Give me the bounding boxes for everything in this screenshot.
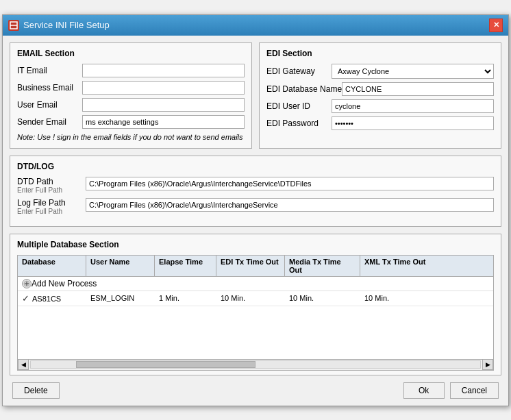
email-section: EMAIL Section IT Email Business Email Us… xyxy=(10,42,252,149)
business-email-label: Business Email xyxy=(17,83,82,92)
app-icon xyxy=(8,20,19,31)
edi-password-label: EDI Password xyxy=(266,119,332,128)
edi-section: EDI Section EDI Gateway Axway Cyclone Ot… xyxy=(259,42,501,149)
col-header-edi-tx: EDI Tx Time Out xyxy=(216,256,285,276)
edi-gateway-label: EDI Gateway xyxy=(266,66,332,76)
title-bar: Service INI File Setup ✕ xyxy=(3,15,508,36)
edi-db-name-label: EDI Database Name xyxy=(266,84,342,94)
multi-db-title: Multiple Database Section xyxy=(17,240,494,249)
edi-user-id-label: EDI User ID xyxy=(266,101,332,111)
bottom-buttons: Delete Ok Cancel xyxy=(10,382,501,399)
user-email-row: User Email xyxy=(17,98,245,112)
col-header-database: Database xyxy=(18,256,86,276)
it-email-row: IT Email xyxy=(17,64,245,77)
dtd-path-label: DTD Path xyxy=(17,177,86,186)
email-note: Note: Use ! sign in the email fields if … xyxy=(17,133,245,141)
scroll-right-arrow[interactable]: ▶ xyxy=(482,359,493,370)
main-window: Service INI File Setup ✕ EMAIL Section I… xyxy=(2,14,509,406)
col-header-username: User Name xyxy=(86,256,155,276)
scroll-thumb[interactable] xyxy=(76,361,256,368)
edi-section-title: EDI Section xyxy=(266,49,494,58)
table-row[interactable]: ✓AS81CS ESM_LOGIN 1 Min. 10 Min. 10 Min.… xyxy=(18,291,493,306)
cell-elapse: 1 Min. xyxy=(159,294,221,302)
edi-gateway-row: EDI Gateway Axway Cyclone Other xyxy=(266,64,494,79)
user-email-label: User Email xyxy=(17,100,82,110)
multi-db-section: Multiple Database Section Database User … xyxy=(10,234,501,375)
close-button[interactable]: ✕ xyxy=(489,18,503,32)
business-email-row: Business Email xyxy=(17,81,245,95)
log-path-label-container: Log File Path Enter Full Path xyxy=(17,198,86,215)
ok-button[interactable]: Ok xyxy=(403,382,445,399)
col-header-xml-tx: XML Tx Time Out xyxy=(360,256,436,276)
scroll-track[interactable] xyxy=(30,360,481,369)
dtd-section-title: DTD/LOG xyxy=(17,162,494,171)
dtd-path-label-container: DTD Path Enter Full Path xyxy=(17,177,86,194)
edi-user-id-input[interactable] xyxy=(332,99,494,113)
edi-gateway-select[interactable]: Axway Cyclone Other xyxy=(332,64,494,79)
delete-button[interactable]: Delete xyxy=(12,382,60,399)
dtd-section: DTD/LOG DTD Path Enter Full Path Log Fil… xyxy=(10,156,501,227)
add-process-icon xyxy=(22,279,32,288)
sender-email-input[interactable] xyxy=(82,115,245,129)
title-bar-left: Service INI File Setup xyxy=(8,20,110,31)
cell-username: ESM_LOGIN xyxy=(90,294,159,302)
email-section-title: EMAIL Section xyxy=(17,49,245,58)
dtd-path-input[interactable] xyxy=(86,177,494,190)
add-new-process-label: Add New Process xyxy=(32,279,97,288)
table-body: Add New Process ✓AS81CS ESM_LOGIN 1 Min.… xyxy=(18,277,493,359)
edi-db-name-input[interactable] xyxy=(342,82,494,96)
window-body: EMAIL Section IT Email Business Email Us… xyxy=(3,36,508,406)
table-header: Database User Name Elapse Time EDI Tx Ti… xyxy=(18,256,493,277)
db-table: Database User Name Elapse Time EDI Tx Ti… xyxy=(17,255,494,371)
cancel-button[interactable]: Cancel xyxy=(450,382,499,399)
cell-edi-tx: 10 Min. xyxy=(221,294,289,302)
log-path-input[interactable] xyxy=(86,198,494,212)
scroll-left-arrow[interactable]: ◀ xyxy=(18,359,29,370)
dtd-path-row: DTD Path Enter Full Path xyxy=(17,177,494,194)
edi-password-input[interactable] xyxy=(332,116,494,130)
horizontal-scrollbar[interactable]: ◀ ▶ xyxy=(18,359,493,370)
cell-database: ✓AS81CS xyxy=(22,293,90,304)
add-new-process-row[interactable]: Add New Process xyxy=(18,277,493,291)
log-path-row: Log File Path Enter Full Path xyxy=(17,198,494,215)
ok-cancel-buttons: Ok Cancel xyxy=(403,382,499,399)
it-email-label: IT Email xyxy=(17,66,82,75)
log-path-label: Log File Path xyxy=(17,198,86,208)
edi-db-name-row: EDI Database Name xyxy=(266,82,494,96)
edi-password-row: EDI Password xyxy=(266,116,494,130)
window-title: Service INI File Setup xyxy=(23,20,110,30)
it-email-input[interactable] xyxy=(82,64,245,77)
col-header-elapse: Elapse Time xyxy=(155,256,216,276)
top-sections: EMAIL Section IT Email Business Email Us… xyxy=(10,42,501,149)
sender-email-label: Sender Email xyxy=(17,117,82,127)
business-email-input[interactable] xyxy=(82,81,245,95)
cell-media-tx: 10 Min. xyxy=(289,294,364,302)
user-email-input[interactable] xyxy=(82,98,245,112)
sender-email-row: Sender Email xyxy=(17,115,245,129)
row-checkmark: ✓ xyxy=(22,293,29,304)
edi-user-id-row: EDI User ID xyxy=(266,99,494,113)
cell-xml-tx: 10 Min. xyxy=(364,294,440,302)
dtd-path-sublabel: Enter Full Path xyxy=(17,186,86,194)
log-path-sublabel: Enter Full Path xyxy=(17,208,86,215)
col-header-media-tx: Media Tx Time Out xyxy=(285,256,360,276)
